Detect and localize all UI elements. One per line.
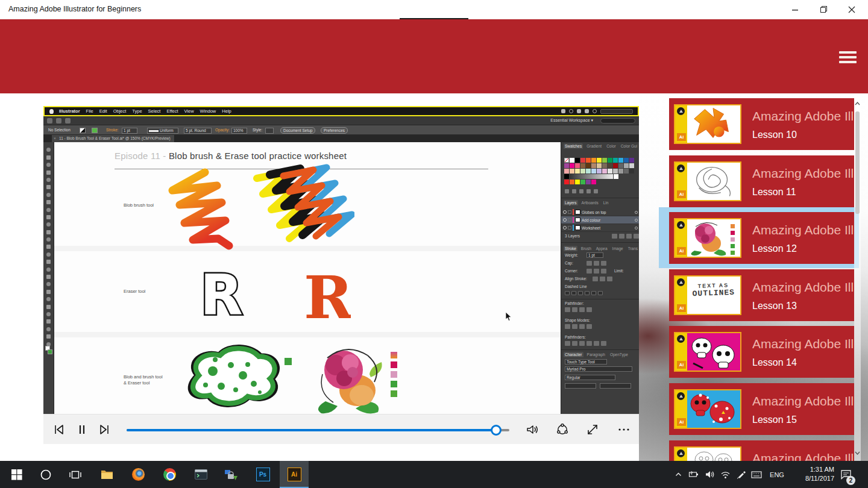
clock[interactable]: 1:31 AM 8/11/2017 [791, 465, 834, 483]
tray-expand-button[interactable] [670, 461, 686, 488]
preferences-button: Preferences [321, 127, 348, 134]
chrome-button[interactable] [155, 461, 184, 488]
panel-tab: Paragraph [586, 352, 606, 357]
close-button[interactable] [838, 0, 866, 19]
system-tray [670, 461, 764, 488]
start-button[interactable] [2, 461, 31, 488]
swatch [613, 169, 618, 174]
volume-button[interactable] [525, 422, 539, 437]
layer-thumbnail [575, 210, 580, 214]
thumbnail-art: TEXT AS OUTLINES [687, 275, 741, 314]
swatch [564, 158, 569, 163]
illustrator-button-active[interactable]: Ai [280, 461, 309, 488]
ai-canvas: Episode 11 - Blob brush & Erase tool pra… [54, 142, 561, 414]
corner-icons [587, 269, 606, 274]
hamburger-menu-icon[interactable] [839, 51, 857, 65]
pathfinder-icons [565, 307, 592, 312]
font-family-field: Myriad Pro [565, 366, 632, 372]
swatch [564, 169, 569, 174]
lock-column [568, 218, 571, 222]
swatch [597, 158, 602, 163]
cortana-button[interactable] [31, 461, 60, 488]
lesson-card-16-partial[interactable]: Ai Amazing Adobe Illus [669, 440, 854, 461]
lesson-card-15[interactable]: Ai Amazing Adobe Illus Lesson 15 [669, 383, 854, 435]
menu-item: Illustrator [59, 108, 80, 114]
scrollbar-thumb[interactable] [855, 111, 860, 214]
network-status[interactable] [717, 461, 733, 488]
next-button[interactable] [97, 422, 112, 437]
cap-icons [587, 261, 606, 266]
selection-status: No Selection [48, 128, 71, 132]
filezilla-button[interactable] [216, 461, 245, 488]
lesson-title: Amazing Adobe Illus [752, 451, 854, 461]
pathfinders-icons [565, 341, 606, 346]
menubar-items: IllustratorFileEditObjectTypeSelectEffec… [59, 108, 231, 114]
lesson-card-12-selected[interactable]: Ai Amazing Adobe Illus Lesson 12 [669, 212, 854, 264]
terminal-button[interactable] [186, 461, 215, 488]
seek-handle[interactable] [491, 425, 502, 436]
minimize-icon [791, 6, 799, 13]
eraser-art-solid-r: R [303, 263, 351, 326]
restore-button[interactable] [810, 0, 837, 19]
gradient-swatch-row [564, 174, 619, 179]
language-indicator[interactable]: ENG [764, 461, 790, 488]
scroll-up-icon[interactable] [854, 101, 861, 107]
ai-panels: SwatchesGradientColorColor Gui LayersArt… [561, 142, 639, 414]
swatch [591, 163, 596, 168]
illustrator-badge: Ai [677, 418, 686, 426]
lesson-card-13[interactable]: TEXT AS OUTLINES Ai Amazing Adobe Illus … [669, 269, 854, 321]
seek-bar[interactable] [127, 429, 509, 431]
swatch [608, 169, 612, 174]
volume-status[interactable] [702, 461, 717, 488]
pause-button[interactable] [75, 422, 89, 437]
minimize-button[interactable] [781, 0, 809, 19]
panel-tab: Trans [627, 246, 639, 251]
lesson-thumbnail: Ai [674, 389, 741, 429]
row-separator [54, 332, 561, 337]
task-view-button[interactable] [61, 461, 90, 488]
swatch [591, 180, 596, 184]
fullscreen-button[interactable] [585, 422, 600, 437]
swatch [591, 169, 596, 174]
layers-panel-tabs: LayersArtboardsLin [561, 200, 639, 205]
swatch [602, 163, 607, 168]
power-status[interactable] [686, 461, 702, 488]
scroll-down-icon[interactable] [854, 450, 861, 456]
panel-tab: Stroke [564, 246, 577, 251]
terminal-icon [195, 469, 207, 480]
windows-ink[interactable] [733, 461, 749, 488]
swatch [629, 158, 634, 163]
touch-keyboard[interactable] [749, 461, 764, 488]
illustrator-badge: Ai [677, 361, 686, 369]
lesson-number: Lesson 12 [752, 243, 797, 254]
lesson-card-10[interactable]: Ai Amazing Adobe Illus Lesson 10 [669, 98, 854, 150]
previous-button[interactable] [52, 422, 66, 437]
video-player: IllustratorFileEditObjectTypeSelectEffec… [43, 106, 639, 444]
stroke-indicator [48, 349, 52, 354]
previous-icon [52, 423, 66, 436]
main-content: IllustratorFileEditObjectTypeSelectEffec… [0, 93, 868, 461]
swatch [575, 180, 580, 184]
lesson-card-11[interactable]: Ai Amazing Adobe Illus Lesson 11 [669, 155, 854, 207]
photoshop-button[interactable]: Ps [248, 461, 277, 488]
swatch [602, 169, 607, 174]
menu-item: Select [148, 108, 161, 114]
lesson-thumbnail: TEXT AS OUTLINES Ai [674, 275, 741, 315]
battery-icon [688, 469, 699, 480]
video-surface[interactable]: IllustratorFileEditObjectTypeSelectEffec… [43, 106, 639, 414]
keyboard-icon [751, 471, 762, 479]
lesson-card-14[interactable]: Ai Amazing Adobe Illus Lesson 14 [669, 326, 854, 378]
swatch [629, 169, 634, 174]
menu-item: Help [222, 108, 231, 114]
menu-item: Type [132, 108, 142, 114]
file-explorer-button[interactable] [92, 461, 121, 488]
sidebar-scrollbar[interactable] [854, 98, 861, 461]
stroke-panel-tabs: StrokeBrushAppeaImageTrans [561, 246, 639, 251]
time: 1:31 AM [791, 465, 834, 474]
cast-button[interactable] [555, 422, 570, 437]
lesson-thumbnail: Ai [674, 104, 741, 144]
title-bar: Amazing Adobe Illustrator for Beginners [0, 0, 868, 19]
thumbnail-art [687, 219, 740, 257]
firefox-button[interactable] [124, 461, 153, 488]
more-options-button[interactable] [617, 422, 631, 437]
